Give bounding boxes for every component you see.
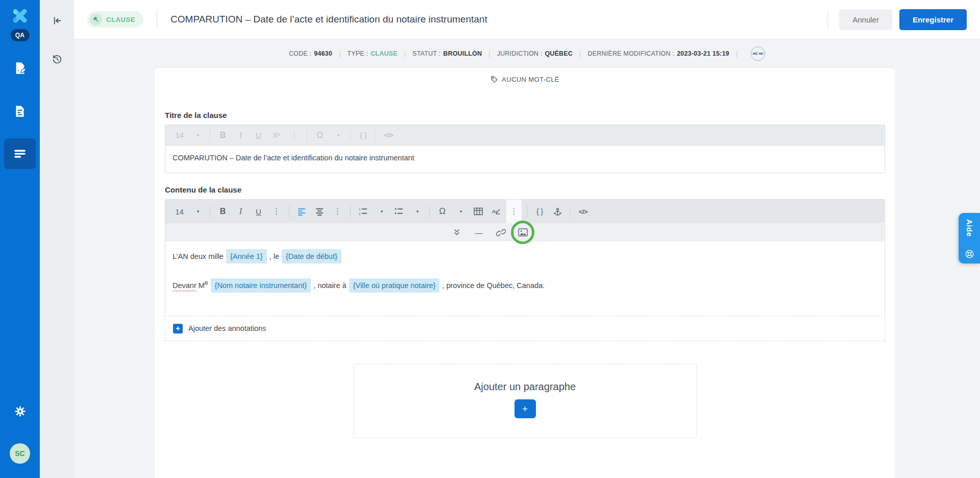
special-character-caret-icon[interactable]: ▾ (454, 205, 467, 218)
history-icon[interactable] (50, 51, 65, 66)
content-toolbar-overflow-row: — (165, 223, 885, 242)
metadata-jurisdiction: JURIDICTION : QUÉBEC (497, 50, 573, 57)
settings-gear-icon[interactable] (12, 403, 28, 419)
misspelled-word: Devanr (173, 281, 197, 290)
font-size-select[interactable]: 14 (173, 205, 186, 218)
bold-button: B (216, 129, 229, 142)
variable-button[interactable]: { } (533, 205, 546, 218)
qa-environment-badge: QA (11, 29, 30, 41)
italic-button[interactable]: I (234, 205, 247, 218)
special-character-caret-icon: ▾ (331, 129, 344, 142)
metadata-type: TYPE : CLAUSE (347, 50, 397, 57)
title-input[interactable]: COMPARUTION – Date de l’acte et identifi… (165, 146, 885, 173)
type-badge: CLAUSE (87, 11, 143, 28)
numbered-list-caret-icon[interactable]: ▾ (375, 205, 387, 218)
help-tab[interactable]: Aide (959, 213, 980, 264)
page-header: CLAUSE COMPARUTION – Date de l’acte et i… (74, 0, 980, 39)
title-toolbar: 14 ▾ B I U X¹ ⋮ Ω ▾ { } </> (165, 125, 885, 146)
insert-image-button[interactable] (517, 226, 529, 239)
keyword-label: AUCUN MOT-CLÉ (502, 76, 559, 83)
variable-button: { } (357, 129, 370, 142)
source-code-button[interactable]: </> (577, 205, 590, 218)
variable-chip[interactable]: {Nom notaire instrumentant} (211, 278, 311, 293)
numbered-list-button[interactable]: 12 (357, 205, 370, 218)
metadata-separator: | (579, 50, 581, 57)
variable-chip[interactable]: {Année 1} (226, 249, 267, 264)
title-editor: 14 ▾ B I U X¹ ⋮ Ω ▾ { } </> COMPARUTION … (165, 125, 885, 173)
secondary-sidebar (40, 0, 74, 478)
main-area: CODE : 94630 | TYPE : CLAUSE | STATUT : … (74, 39, 980, 478)
metadata-separator: | (736, 50, 738, 57)
metadata-bar: CODE : 94630 | TYPE : CLAUSE | STATUT : … (74, 39, 980, 67)
horizontal-rule-button[interactable]: — (473, 226, 485, 239)
toolbar-overflow-button[interactable]: ⋮ (506, 200, 522, 223)
svg-text:1: 1 (359, 207, 361, 211)
cancel-button[interactable]: Annuler (839, 9, 892, 30)
underline-button: U (252, 129, 265, 142)
signature-button[interactable] (489, 205, 502, 218)
variable-chip[interactable]: {Ville où pratique notaire} (349, 278, 440, 293)
font-size-caret-icon[interactable]: ▾ (191, 205, 204, 218)
app-logo-icon[interactable] (10, 6, 30, 26)
content-textarea[interactable]: L’AN deux mille{Année 1}, le{Date de déb… (165, 242, 885, 316)
bold-button[interactable]: B (216, 205, 229, 218)
sidebar-item-clauses-active[interactable] (4, 138, 36, 169)
add-paragraph-box: Ajouter un paragraphe + (353, 364, 697, 438)
align-center-button[interactable] (313, 205, 326, 218)
metadata-last-modified: DERNIÈRE MODIFICATION : 2023-03-21 15:19 (587, 50, 729, 57)
metadata-separator: | (488, 50, 490, 57)
organization-badge: JBC INC (751, 46, 765, 61)
source-code-button: </> (382, 129, 395, 142)
metadata-status: STATUT : BROUILLON (412, 50, 482, 57)
superscript-button: X¹ (270, 129, 283, 142)
add-paragraph-button[interactable]: + (514, 399, 536, 418)
metadata-code: CODE : 94630 (289, 50, 332, 57)
plus-icon[interactable]: + (173, 324, 183, 333)
special-character-button: Ω (313, 129, 326, 142)
content-paragraph-1: L’AN deux mille{Année 1}, le{Date de déb… (173, 249, 877, 264)
add-annotations-label: Ajouter des annotations (188, 324, 266, 332)
content-editor: 14 ▾ B I U ⋮ (165, 199, 885, 316)
anchor-button[interactable] (551, 205, 564, 218)
bullet-list-caret-icon[interactable]: ▾ (410, 205, 423, 218)
sidebar-item-documents[interactable] (12, 104, 28, 119)
collapse-panel-icon[interactable] (50, 13, 65, 28)
bullet-list-button[interactable] (393, 205, 405, 218)
content-toolbar: 14 ▾ B I U ⋮ (165, 200, 885, 223)
page-title: COMPARUTION – Date de l’acte et identifi… (170, 14, 487, 25)
content-paragraph-2: Devanr Me{Nom notaire instrumentant}, no… (173, 277, 877, 293)
font-size-caret-icon: ▾ (191, 129, 204, 142)
lifebuoy-icon (965, 249, 974, 259)
link-button[interactable] (495, 226, 507, 239)
variable-chip[interactable]: {Date de début} (282, 249, 341, 264)
title-section-heading: Titre de la clause (165, 111, 885, 119)
metadata-separator: | (404, 50, 406, 57)
tag-icon (491, 76, 498, 83)
header-divider (157, 10, 157, 29)
svg-text:2: 2 (359, 212, 361, 216)
align-left-button[interactable] (296, 205, 308, 218)
underline-button[interactable]: U (252, 205, 265, 218)
special-character-button[interactable]: Ω (436, 205, 449, 218)
content-section-heading: Contenu de la clause (165, 185, 885, 194)
header-divider (827, 10, 828, 29)
keyword-row[interactable]: AUCUN MOT-CLÉ (165, 74, 885, 84)
add-annotations-button[interactable]: + Ajouter des annotations (165, 316, 885, 341)
app-sidebar: QA (0, 0, 40, 478)
sidebar-item-document-edit[interactable] (12, 60, 28, 76)
more-alignment-icon[interactable]: ⋮ (331, 205, 344, 218)
type-badge-label: CLAUSE (106, 16, 135, 23)
save-button[interactable]: Enregistrer (899, 9, 967, 30)
collapse-toolbar-icon[interactable] (451, 226, 463, 239)
add-paragraph-label: Ajouter un paragraphe (354, 381, 696, 393)
gavel-icon (90, 13, 102, 26)
more-formatting-icon[interactable]: ⋮ (270, 205, 283, 218)
clause-card: AUCUN MOT-CLÉ Titre de la clause 14 ▾ B … (154, 67, 896, 478)
italic-button: I (234, 129, 247, 142)
help-tab-label: Aide (965, 219, 974, 237)
user-avatar[interactable]: SC (10, 443, 30, 464)
font-size-select: 14 (173, 129, 186, 142)
more-formatting-icon: ⋮ (288, 129, 301, 142)
metadata-separator: | (339, 50, 340, 57)
insert-table-button[interactable] (472, 205, 484, 218)
